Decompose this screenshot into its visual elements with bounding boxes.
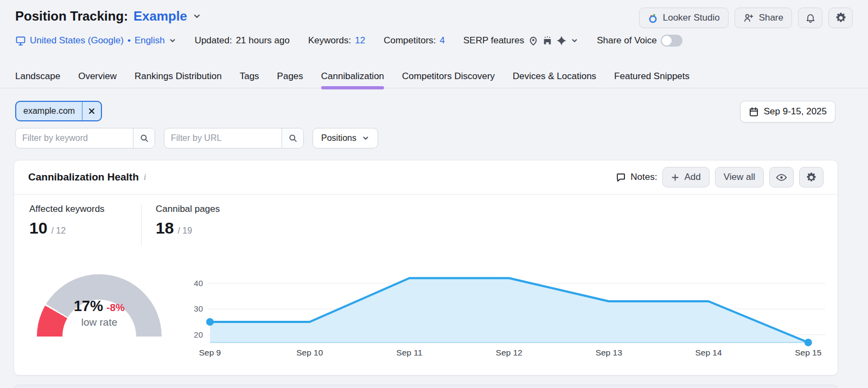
svg-text:Sep 11: Sep 11 xyxy=(397,348,423,357)
language-label[interactable]: English xyxy=(135,35,165,46)
competitors-count: Competitors: 4 xyxy=(384,35,445,46)
eye-icon xyxy=(776,172,787,183)
tab-devices-locations[interactable]: Devices & Locations xyxy=(513,71,596,89)
sparkle-diamond-icon xyxy=(556,35,567,46)
add-note-label: Add xyxy=(684,172,700,183)
keywords-value[interactable]: 12 xyxy=(355,35,365,46)
gauge-delta: -8% xyxy=(106,302,125,313)
keyword-filter-input[interactable] xyxy=(16,128,133,148)
summary-stats: Affected keywords 10 / 12 Cannibal pages… xyxy=(29,204,267,246)
svg-text:20: 20 xyxy=(194,330,203,339)
view-all-label: View all xyxy=(724,172,755,183)
looker-studio-label: Looker Studio xyxy=(663,12,720,23)
tab-bar: Landscape Overview Rankings Distribution… xyxy=(15,71,690,89)
person-plus-icon xyxy=(743,12,754,23)
search-icon[interactable] xyxy=(133,128,155,148)
desktop-icon xyxy=(15,35,26,46)
share-of-voice-label: Share of Voice xyxy=(597,35,657,46)
date-range-picker[interactable]: Sep 9-15, 2025 xyxy=(740,101,835,122)
svg-text:Sep 14: Sep 14 xyxy=(695,348,722,357)
url-filter-input[interactable] xyxy=(164,128,282,148)
notes-label: Notes: xyxy=(630,172,657,183)
info-icon[interactable]: i xyxy=(144,172,146,183)
chevron-down-icon xyxy=(571,37,578,44)
campaign-meta: United States (Google) • English Updated… xyxy=(15,35,682,47)
affected-keywords-stat: Affected keywords 10 / 12 xyxy=(29,204,141,246)
tab-rankings-distribution[interactable]: Rankings Distribution xyxy=(135,71,222,89)
svg-text:Sep 15: Sep 15 xyxy=(795,348,821,357)
positions-dropdown[interactable]: Positions xyxy=(312,128,378,148)
svg-text:30: 30 xyxy=(194,304,203,313)
gear-icon xyxy=(806,172,816,183)
location-language-selector[interactable]: United States (Google) • English xyxy=(15,35,176,46)
stat-label: Cannibal pages xyxy=(156,204,267,215)
svg-text:40: 40 xyxy=(194,279,203,288)
domain-filter-chip[interactable]: example.com xyxy=(15,101,102,121)
view-all-notes-button[interactable]: View all xyxy=(715,167,764,187)
map-pin-icon xyxy=(528,35,539,46)
trend-chart[interactable]: 203040Sep 9Sep 10Sep 11Sep 12Sep 13Sep 1… xyxy=(188,261,831,366)
notes-toolbar: Notes: Add View all xyxy=(616,167,824,187)
search-icon[interactable] xyxy=(282,128,303,148)
toggle-knob xyxy=(662,36,672,46)
notifications-button[interactable] xyxy=(798,8,822,28)
domain-chip-label: example.com xyxy=(16,102,82,120)
tab-overview[interactable]: Overview xyxy=(78,71,117,89)
date-range-label: Sep 9-15, 2025 xyxy=(764,106,827,117)
tab-landscape[interactable]: Landscape xyxy=(15,71,60,89)
gear-icon xyxy=(835,12,846,23)
project-selector[interactable]: Example xyxy=(133,9,187,24)
positions-label: Positions xyxy=(321,133,356,143)
add-note-button[interactable]: Add xyxy=(662,167,709,187)
tab-tags[interactable]: Tags xyxy=(240,71,259,89)
stat-total: / 12 xyxy=(51,226,66,236)
tab-featured-snippets[interactable]: Featured Snippets xyxy=(614,71,690,89)
share-button[interactable]: Share xyxy=(735,8,792,28)
card-title: Cannibalization Health xyxy=(28,171,139,183)
chevron-down-icon xyxy=(362,134,369,142)
competitors-label: Competitors: xyxy=(384,35,436,46)
stat-value: 10 xyxy=(29,219,47,237)
serp-features-label: SERP features xyxy=(463,35,524,46)
tab-cannibalization[interactable]: Cannibalization xyxy=(321,71,384,89)
serp-feature-icons xyxy=(528,35,567,46)
card-settings-button[interactable] xyxy=(799,167,824,187)
stat-total: / 19 xyxy=(177,226,192,236)
health-gauge: 17%-8% low rate xyxy=(37,274,162,340)
share-of-voice: Share of Voice xyxy=(597,35,682,47)
meta-separator: • xyxy=(127,35,131,46)
calendar-icon xyxy=(749,107,759,117)
plus-icon xyxy=(671,173,679,182)
svg-text:Sep 9: Sep 9 xyxy=(199,348,221,357)
updated-value: 21 hours ago xyxy=(236,35,290,46)
updated-status: Updated: 21 hours ago xyxy=(195,35,290,46)
url-filter-field xyxy=(164,128,304,148)
page-title: Position Tracking: xyxy=(15,9,128,24)
gauge-caption: low rate xyxy=(37,316,162,328)
close-icon[interactable] xyxy=(82,102,101,120)
hotel-building-icon xyxy=(542,35,553,46)
share-of-voice-toggle[interactable] xyxy=(661,35,682,47)
looker-studio-button[interactable]: Looker Studio xyxy=(639,8,729,28)
stat-divider xyxy=(141,205,142,246)
tab-competitors-discovery[interactable]: Competitors Discovery xyxy=(402,71,495,89)
keyword-filter-field xyxy=(15,128,155,148)
filter-row: Positions xyxy=(15,128,378,148)
settings-button[interactable] xyxy=(828,8,853,28)
visibility-button[interactable] xyxy=(769,167,794,187)
location-label[interactable]: United States (Google) xyxy=(30,35,124,46)
serp-features[interactable]: SERP features xyxy=(463,35,578,46)
looker-studio-icon xyxy=(648,13,658,23)
competitors-value[interactable]: 4 xyxy=(440,35,445,46)
tab-pages[interactable]: Pages xyxy=(277,71,303,89)
chevron-down-icon[interactable] xyxy=(193,12,201,21)
next-card-top-edge xyxy=(14,385,838,388)
gauge-percent: 17% xyxy=(74,298,103,314)
position-tracking-page: Position Tracking: Example Looker Studio xyxy=(0,0,868,388)
header-actions: Looker Studio Share xyxy=(639,8,853,28)
note-bubble-icon xyxy=(616,172,626,183)
stat-value: 18 xyxy=(156,219,174,237)
stat-label: Affected keywords xyxy=(29,204,141,215)
card-header: Cannibalization Health i Notes: A xyxy=(14,160,838,195)
cannibal-pages-stat: Cannibal pages 18 / 19 xyxy=(156,204,267,246)
